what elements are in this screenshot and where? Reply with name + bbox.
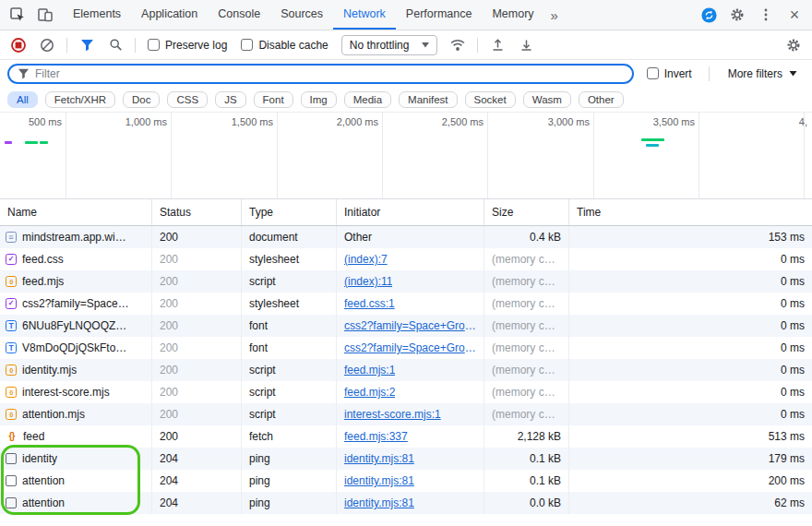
kebab-menu-icon[interactable]	[753, 3, 779, 27]
chip-other[interactable]: Other	[579, 91, 624, 108]
timeline-tick: 2,000 ms	[295, 116, 378, 127]
table-row[interactable]: {}interest-score.mjs 200 script feed.mjs…	[0, 381, 812, 403]
request-name: feed	[23, 430, 44, 443]
initiator-link[interactable]: identity.mjs:81	[344, 474, 414, 487]
tab-memory[interactable]: Memory	[482, 0, 543, 30]
time-cell: 0 ms	[569, 270, 812, 293]
tab-network[interactable]: Network	[333, 0, 396, 30]
timeline-gridline	[277, 113, 278, 198]
toolbar-divider	[66, 38, 67, 53]
device-toolbar-icon[interactable]	[32, 3, 58, 27]
header-type[interactable]: Type	[242, 199, 337, 225]
settings-gear-icon[interactable]	[781, 33, 806, 57]
chip-socket[interactable]: Socket	[465, 91, 516, 108]
initiator-link[interactable]: feed.mjs:1	[344, 364, 395, 377]
disable-cache-label: Disable cache	[258, 39, 328, 52]
initiator-link[interactable]: css2?family=Space+Grotes	[344, 341, 476, 354]
initiator-link[interactable]: feed.mjs:337	[344, 430, 408, 443]
record-icon[interactable]	[6, 33, 31, 57]
tab-console[interactable]: Console	[208, 0, 270, 30]
table-row[interactable]: ✓feed.css 200 stylesheet (index):7 (memo…	[0, 248, 812, 270]
time-cell: 0 ms	[569, 293, 812, 315]
header-status[interactable]: Status	[152, 199, 242, 225]
initiator-link[interactable]: identity.mjs:81	[344, 496, 414, 509]
initiator-link[interactable]: (index):11	[344, 275, 392, 288]
table-row[interactable]: attention 204 ping identity.mjs:81 0.1 k…	[0, 470, 812, 492]
header-time[interactable]: Time	[569, 199, 812, 225]
gear-icon[interactable]	[724, 3, 750, 27]
search-icon[interactable]	[102, 33, 128, 57]
chip-js[interactable]: JS	[215, 91, 245, 108]
toolbar-right-icons: ×	[696, 0, 812, 30]
chip-media[interactable]: Media	[344, 91, 391, 108]
header-initiator[interactable]: Initiator	[337, 199, 484, 225]
network-conditions-icon[interactable]	[445, 33, 471, 57]
import-har-icon[interactable]	[484, 33, 510, 57]
timeline-gridline	[66, 113, 66, 198]
chip-wasm[interactable]: Wasm	[523, 91, 571, 108]
invert-toggle: Invert	[641, 67, 698, 80]
tab-performance[interactable]: Performance	[396, 0, 483, 30]
more-tabs-icon[interactable]: »	[544, 0, 565, 30]
table-row[interactable]: T6NUu8FyLNQOQZ… 200 font css2?family=Spa…	[0, 315, 812, 337]
table-row[interactable]: identity 204 ping identity.mjs:81 0.1 kB…	[0, 448, 812, 470]
status-cell: 200	[152, 337, 242, 359]
table-row[interactable]: TV8mDoQDjQSkFto… 200 font css2?family=Sp…	[0, 337, 812, 359]
request-name: attention.mjs	[22, 408, 85, 421]
header-name[interactable]: Name	[0, 199, 152, 225]
initiator-link[interactable]: css2?family=Space+Grotes	[344, 319, 476, 332]
table-header: Name Status Type Initiator Size Time	[0, 199, 812, 226]
invert-checkbox[interactable]	[647, 67, 659, 79]
header-size[interactable]: Size	[484, 199, 569, 225]
type-cell: font	[242, 315, 337, 337]
initiator-link[interactable]: feed.mjs:2	[344, 386, 395, 399]
time-cell: 0 ms	[569, 248, 812, 270]
preserve-log-checkbox[interactable]	[148, 39, 160, 51]
initiator-link[interactable]: interest-score.mjs:1	[344, 408, 441, 421]
table-row[interactable]: attention 204 ping identity.mjs:81 0.0 k…	[0, 492, 812, 514]
time-cell: 179 ms	[569, 448, 812, 470]
sync-icon[interactable]	[696, 3, 722, 27]
close-icon[interactable]: ×	[782, 3, 807, 27]
chip-img[interactable]: Img	[301, 91, 337, 108]
chip-fetch-xhr[interactable]: Fetch/XHR	[45, 91, 115, 108]
stylesheet-icon: ✓	[6, 298, 17, 309]
table-row[interactable]: ≡mindstream.app.wi… 200 document Other 0…	[0, 226, 812, 248]
font-icon: T	[6, 320, 17, 331]
table-row[interactable]: {}attention.mjs 200 script interest-scor…	[0, 403, 812, 425]
clear-icon[interactable]	[34, 33, 60, 57]
timeline-gridline	[699, 113, 699, 198]
throttling-value: No throttling	[350, 39, 410, 52]
type-cell: stylesheet	[242, 248, 337, 270]
type-cell: script	[242, 403, 337, 425]
table-row[interactable]: {}identity.mjs 200 script feed.mjs:1 (me…	[0, 359, 812, 381]
waterfall-bar	[641, 138, 664, 141]
export-har-icon[interactable]	[513, 33, 539, 57]
filter-funnel-icon[interactable]	[74, 33, 100, 57]
more-filters-button[interactable]: More filters	[721, 67, 805, 80]
inspect-icon[interactable]	[5, 3, 30, 27]
chip-manifest[interactable]: Manifest	[399, 91, 457, 108]
chip-css[interactable]: CSS	[167, 91, 208, 108]
throttling-select[interactable]: No throttling	[341, 35, 438, 55]
toolbar-divider	[135, 38, 136, 53]
table-row[interactable]: ✓css2?family=Space… 200 stylesheet feed.…	[0, 293, 812, 315]
table-row[interactable]: {}feed.mjs 200 script (index):11 (memory…	[0, 270, 812, 293]
chip-font[interactable]: Font	[254, 91, 293, 108]
status-cell: 200	[152, 226, 242, 248]
tab-elements[interactable]: Elements	[63, 0, 131, 30]
filter-input[interactable]	[35, 67, 624, 80]
initiator-link[interactable]: identity.mjs:81	[344, 452, 414, 465]
script-icon: {}	[6, 387, 17, 398]
tab-sources[interactable]: Sources	[270, 0, 333, 30]
overview-canvas[interactable]: 500 ms 1,000 ms 1,500 ms 2,000 ms 2,500 …	[0, 113, 812, 199]
initiator-link[interactable]: (index):7	[344, 253, 388, 266]
chip-doc[interactable]: Doc	[123, 91, 160, 108]
main-toolbar: Elements Application Console Sources Net…	[0, 0, 812, 30]
chip-all[interactable]: All	[7, 91, 38, 108]
timeline-gridline	[171, 113, 172, 198]
disable-cache-checkbox[interactable]	[241, 39, 253, 51]
initiator-link[interactable]: feed.css:1	[344, 297, 395, 310]
tab-application[interactable]: Application	[131, 0, 208, 30]
table-row[interactable]: {}feed 200 fetch feed.mjs:337 2,128 kB 5…	[0, 425, 812, 448]
